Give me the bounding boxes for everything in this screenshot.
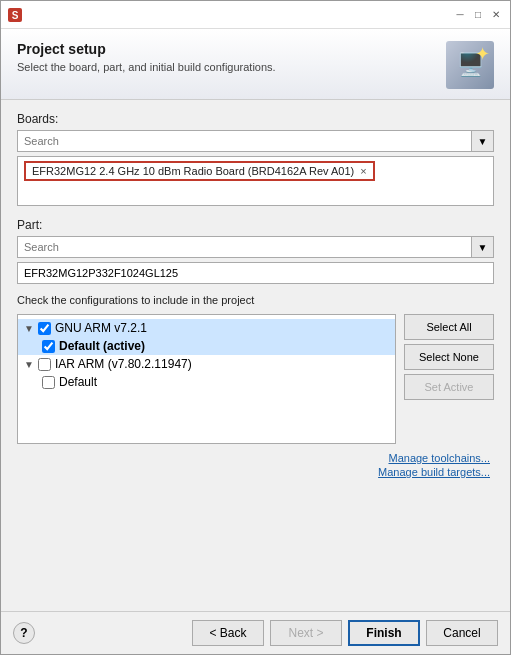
config-gnu-arm[interactable]: ▼ GNU ARM v7.2.1	[18, 319, 395, 337]
footer-buttons: < Back Next > Finish Cancel	[192, 620, 498, 646]
svg-text:S: S	[12, 10, 19, 21]
app-icon: S	[7, 7, 23, 23]
page-subtitle: Select the board, part, and initial buil…	[17, 61, 276, 73]
footer-left: ?	[13, 622, 35, 644]
manage-build-targets-link[interactable]: Manage build targets...	[17, 466, 490, 478]
manage-toolchains-link[interactable]: Manage toolchains...	[17, 452, 490, 464]
config-gnu-default[interactable]: Default (active)	[18, 337, 395, 355]
help-button[interactable]: ?	[13, 622, 35, 644]
board-tag-close[interactable]: ×	[360, 165, 366, 177]
boards-search-input[interactable]	[17, 130, 472, 152]
arrow-gnu: ▼	[24, 323, 34, 334]
boards-search-row: ▼	[17, 130, 494, 152]
board-tag-label: EFR32MG12 2.4 GHz 10 dBm Radio Board (BR…	[32, 165, 354, 177]
configurations-label: Check the configurations to include in t…	[17, 294, 494, 306]
title-bar: S ─ □ ✕	[1, 1, 510, 29]
config-gnu-default-label: Default (active)	[59, 339, 145, 353]
header-text: Project setup Select the board, part, an…	[17, 41, 276, 73]
board-tag: EFR32MG12 2.4 GHz 10 dBm Radio Board (BR…	[24, 161, 375, 181]
checkbox-iar[interactable]	[38, 358, 51, 371]
part-label: Part:	[17, 218, 494, 232]
config-buttons-panel: Select All Select None Set Active	[404, 314, 494, 444]
header-section: Project setup Select the board, part, an…	[1, 29, 510, 100]
links-area: Manage toolchains... Manage build target…	[17, 452, 494, 478]
config-iar-default-label: Default	[59, 375, 97, 389]
arrow-iar: ▼	[24, 359, 34, 370]
header-icon: 🖥️ ✦	[446, 41, 494, 89]
content-area: Boards: ▼ EFR32MG12 2.4 GHz 10 dBm Radio…	[1, 100, 510, 611]
title-bar-controls: ─ □ ✕	[452, 7, 504, 23]
cancel-button[interactable]: Cancel	[426, 620, 498, 646]
config-gnu-label: GNU ARM v7.2.1	[55, 321, 147, 335]
part-search-row: ▼	[17, 236, 494, 258]
boards-label: Boards:	[17, 112, 494, 126]
selected-board-tag: EFR32MG12 2.4 GHz 10 dBm Radio Board (BR…	[24, 161, 487, 183]
boards-dropdown-button[interactable]: ▼	[472, 130, 494, 152]
title-bar-left: S	[7, 7, 23, 23]
page-title: Project setup	[17, 41, 276, 57]
config-area: ▼ GNU ARM v7.2.1 Default (active) ▼ IAR …	[17, 314, 494, 444]
boards-list-area: EFR32MG12 2.4 GHz 10 dBm Radio Board (BR…	[17, 156, 494, 206]
finish-button[interactable]: Finish	[348, 620, 420, 646]
minimize-button[interactable]: ─	[452, 7, 468, 23]
next-button[interactable]: Next >	[270, 620, 342, 646]
config-iar-label: IAR ARM (v7.80.2.11947)	[55, 357, 192, 371]
back-button[interactable]: < Back	[192, 620, 264, 646]
select-none-button[interactable]: Select None	[404, 344, 494, 370]
checkbox-gnu[interactable]	[38, 322, 51, 335]
spark-icon: ✦	[475, 43, 490, 65]
footer: ? < Back Next > Finish Cancel	[1, 611, 510, 654]
part-dropdown-button[interactable]: ▼	[472, 236, 494, 258]
checkbox-gnu-default[interactable]	[42, 340, 55, 353]
checkbox-iar-default[interactable]	[42, 376, 55, 389]
part-search-input[interactable]	[17, 236, 472, 258]
config-iar-arm[interactable]: ▼ IAR ARM (v7.80.2.11947)	[18, 355, 395, 373]
config-iar-default[interactable]: Default	[18, 373, 395, 391]
project-setup-window: S ─ □ ✕ Project setup Select the board, …	[0, 0, 511, 655]
maximize-button[interactable]: □	[470, 7, 486, 23]
part-value-field[interactable]	[17, 262, 494, 284]
select-all-button[interactable]: Select All	[404, 314, 494, 340]
close-button[interactable]: ✕	[488, 7, 504, 23]
set-active-button[interactable]: Set Active	[404, 374, 494, 400]
configurations-tree: ▼ GNU ARM v7.2.1 Default (active) ▼ IAR …	[17, 314, 396, 444]
